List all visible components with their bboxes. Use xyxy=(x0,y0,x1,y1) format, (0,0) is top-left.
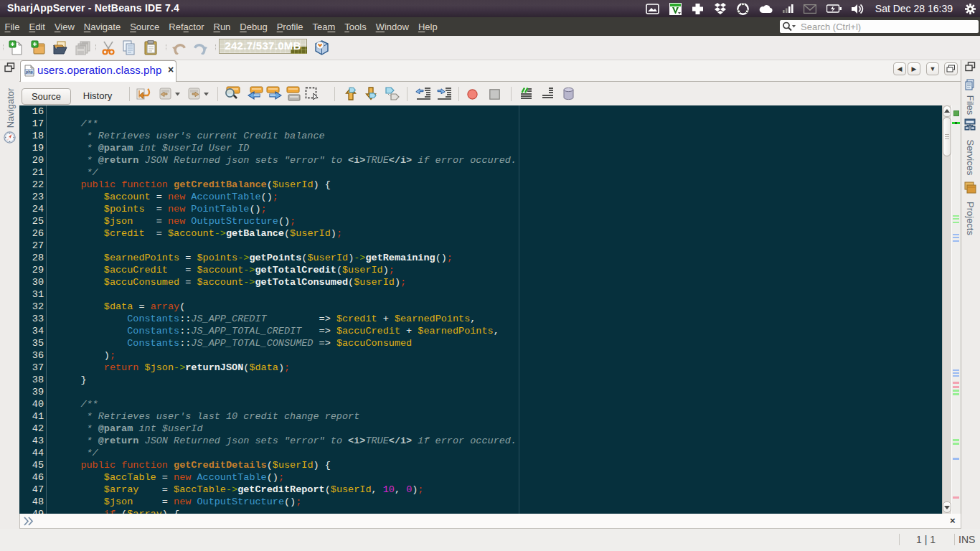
svg-text:php: php xyxy=(26,70,34,74)
